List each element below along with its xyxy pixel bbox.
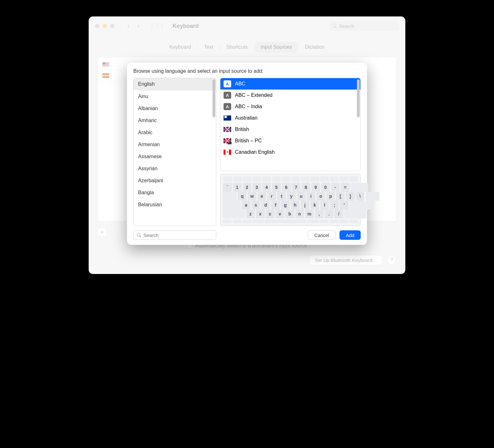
tab-dictation[interactable]: Dictation: [299, 42, 330, 53]
bluetooth-keyboard-button[interactable]: Set Up Bluetooth Keyboard…: [309, 255, 383, 265]
tab-keyboard[interactable]: Keyboard: [164, 42, 197, 53]
keyboard-key: ,: [315, 209, 324, 218]
keyboard-key: 9: [311, 183, 320, 192]
keyboard-key: p: [326, 192, 335, 201]
titlebar: ‹ › ⋮⋮⋮ Keyboard: [89, 16, 405, 35]
language-item[interactable]: English: [134, 78, 216, 90]
preferences-search[interactable]: [329, 21, 399, 31]
language-item[interactable]: Azerbaijani: [134, 175, 216, 187]
keyboard-key: 1: [233, 183, 242, 192]
keyboard-key: m: [305, 209, 314, 218]
minimize-window-button[interactable]: [103, 24, 107, 28]
keyboard-key: t: [277, 192, 286, 201]
input-source-label: ABC – Extended: [235, 92, 272, 98]
language-item[interactable]: Armenian: [134, 139, 216, 151]
keyboard-key: s: [251, 201, 260, 209]
input-source-item[interactable]: British – PC: [220, 135, 360, 146]
window-controls: [95, 24, 115, 28]
keyboard-key: -: [331, 183, 340, 192]
input-source-list[interactable]: AABCAABC – ExtendedAABC – IndiaAustralia…: [220, 78, 361, 171]
zoom-window-button[interactable]: [110, 24, 115, 28]
add-source-button[interactable]: +: [98, 228, 107, 236]
language-list[interactable]: EnglishAinuAlbanianAmharicArabicArmenian…: [133, 78, 216, 226]
keyboard-key: k: [310, 201, 319, 209]
cancel-button[interactable]: Cancel: [308, 230, 336, 240]
input-source-item[interactable]: AABC – India: [220, 101, 360, 112]
keyboard-key: y: [287, 192, 296, 201]
keyboard-key: o: [316, 192, 325, 201]
language-item[interactable]: Arabic: [134, 127, 216, 139]
keyboard-key: z: [246, 209, 255, 218]
keyboard-key: 8: [301, 183, 310, 192]
tab-shortcuts[interactable]: Shortcuts: [221, 42, 254, 53]
flag-subscript: ISO: [102, 76, 107, 78]
keyboard-key: 4: [262, 183, 271, 192]
system-preferences-window: ‹ › ⋮⋮⋮ Keyboard Keyboard Text Shortcuts…: [89, 16, 405, 274]
keyboard-key: q: [238, 192, 247, 201]
flag-icon: [224, 127, 231, 132]
language-item[interactable]: Amharic: [134, 115, 216, 127]
flag-icon: [224, 150, 231, 155]
tab-text[interactable]: Text: [198, 42, 219, 53]
keyboard-key: r: [267, 192, 276, 201]
input-source-label: ABC: [235, 81, 245, 87]
source-badge-icon: A: [224, 103, 231, 110]
close-window-button[interactable]: [95, 24, 99, 28]
language-item[interactable]: Ainu: [134, 90, 216, 103]
sheet-search[interactable]: [133, 230, 216, 240]
language-item[interactable]: Assyrian: [134, 163, 216, 175]
navigation-arrows: ‹ ›: [125, 21, 142, 31]
scrollbar[interactable]: [212, 79, 215, 117]
input-source-label: Canadian English: [235, 149, 275, 155]
input-source-label: Australian: [235, 115, 257, 121]
keyboard-key: x: [256, 209, 265, 218]
keyboard-key: f: [271, 201, 280, 209]
keyboard-key: .: [325, 209, 333, 218]
preferences-search-input[interactable]: [339, 23, 396, 29]
language-item[interactable]: Albanian: [134, 103, 216, 115]
forward-button[interactable]: ›: [135, 21, 142, 31]
sheet-search-input[interactable]: [143, 233, 213, 238]
keyboard-key: d: [261, 201, 270, 209]
input-source-item[interactable]: AABC: [220, 78, 360, 90]
input-source-label: British: [235, 127, 249, 132]
spacebar-key: [265, 220, 306, 223]
input-source-item[interactable]: Australian: [220, 112, 360, 124]
language-item[interactable]: Bangla: [134, 187, 216, 199]
show-all-icon[interactable]: ⋮⋮⋮: [149, 22, 164, 29]
keyboard-key: =: [341, 183, 350, 192]
keyboard-key: [: [336, 192, 345, 201]
input-source-item[interactable]: AABC – Extended: [220, 90, 360, 101]
input-source-label: ABC – India: [235, 104, 262, 109]
keyboard-key: 7: [292, 183, 301, 192]
search-icon: [137, 233, 141, 237]
keyboard-key: v: [276, 209, 284, 218]
help-button[interactable]: ?: [387, 255, 396, 265]
keyboard-key: l: [320, 201, 329, 209]
keyboard-key: w: [248, 192, 256, 201]
input-source-label: British – PC: [235, 138, 262, 144]
keyboard-key: \: [356, 192, 364, 201]
keyboard-key: h: [291, 201, 300, 209]
keyboard-key: u: [297, 192, 306, 201]
keyboard-key: 0: [321, 183, 330, 192]
keyboard-key: b: [285, 209, 294, 218]
add-remove-toolbar: +: [98, 228, 107, 237]
tab-input-sources[interactable]: Input Sources: [255, 42, 298, 53]
input-source-item[interactable]: British: [220, 124, 360, 135]
flag-icon: [224, 138, 231, 143]
keyboard-key: ': [340, 201, 349, 209]
back-button[interactable]: ‹: [125, 21, 132, 31]
keyboard-key: ]: [346, 192, 355, 201]
add-button[interactable]: Add: [339, 230, 361, 240]
search-icon: [332, 24, 337, 28]
language-item[interactable]: Assamese: [134, 151, 216, 163]
source-badge-icon: A: [224, 92, 231, 99]
input-source-item[interactable]: Canadian English: [220, 146, 360, 158]
keyboard-key: g: [281, 201, 290, 209]
keyboard-key: c: [266, 209, 275, 218]
language-item[interactable]: Belarusian: [134, 199, 216, 211]
keyboard-key: n: [295, 209, 304, 218]
keyboard-key: j: [301, 201, 309, 209]
scrollbar[interactable]: [357, 79, 360, 117]
